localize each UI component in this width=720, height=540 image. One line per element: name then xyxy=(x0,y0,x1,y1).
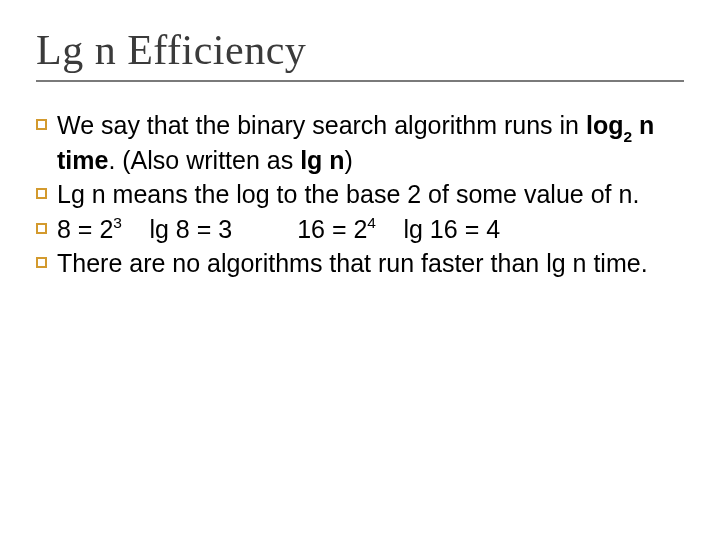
list-item: 8 = 23lg 8 = 316 = 24lg 16 = 4 xyxy=(36,214,684,245)
text-fragment: lg 8 = 3 xyxy=(149,215,232,243)
text-fragment: ) xyxy=(345,146,353,174)
text-fragment: We say that the binary search algorithm … xyxy=(57,111,586,139)
list-item: We say that the binary search algorithm … xyxy=(36,110,684,175)
bullet-text-1: We say that the binary search algorithm … xyxy=(57,110,684,175)
text-fragment: log xyxy=(586,111,624,139)
list-item: There are no algorithms that run faster … xyxy=(36,248,684,279)
bold-fragment: lg n xyxy=(300,146,344,174)
superscript: 3 xyxy=(113,214,122,231)
bullet-text-3: 8 = 23lg 8 = 316 = 24lg 16 = 4 xyxy=(57,214,684,245)
bullet-text-4: There are no algorithms that run faster … xyxy=(57,248,684,279)
slide: Lg n Efficiency We say that the binary s… xyxy=(0,0,720,540)
subscript: 2 xyxy=(623,128,632,145)
text-fragment: . (Also written as xyxy=(108,146,300,174)
bullet-icon xyxy=(36,223,47,234)
bullet-icon xyxy=(36,188,47,199)
title-underline: Lg n Efficiency xyxy=(36,26,684,82)
text-fragment: lg 16 = 4 xyxy=(403,215,500,243)
bullet-icon xyxy=(36,257,47,268)
bullet-icon xyxy=(36,119,47,130)
slide-title: Lg n Efficiency xyxy=(36,26,684,74)
text-fragment: 8 = 2 xyxy=(57,215,113,243)
text-fragment: 16 = 2 xyxy=(297,215,367,243)
list-item: Lg n means the log to the base 2 of some… xyxy=(36,179,684,210)
superscript: 4 xyxy=(367,214,376,231)
slide-body: We say that the binary search algorithm … xyxy=(36,110,684,279)
bullet-text-2: Lg n means the log to the base 2 of some… xyxy=(57,179,684,210)
